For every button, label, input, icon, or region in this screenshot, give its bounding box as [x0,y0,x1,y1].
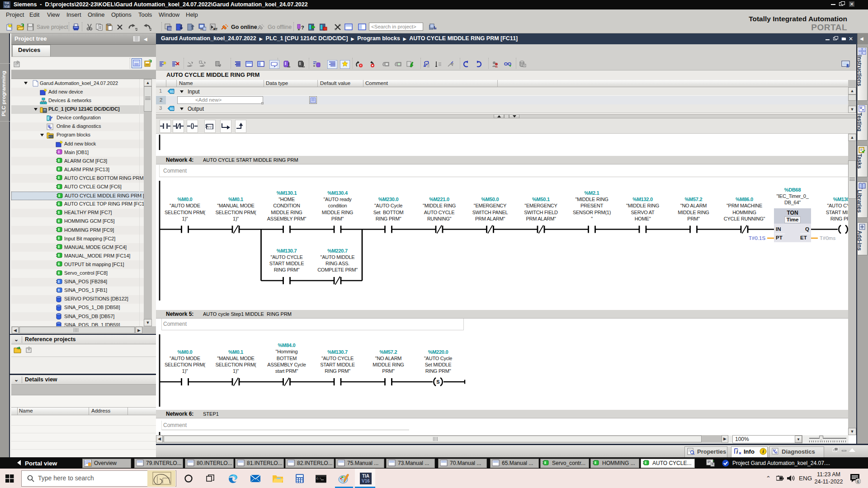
svg-text:6: 6 [857,479,859,484]
svg-text:i: i [736,449,738,455]
svg-text:C:\: C:\ [316,477,321,480]
svg-text:S: S [436,379,439,385]
